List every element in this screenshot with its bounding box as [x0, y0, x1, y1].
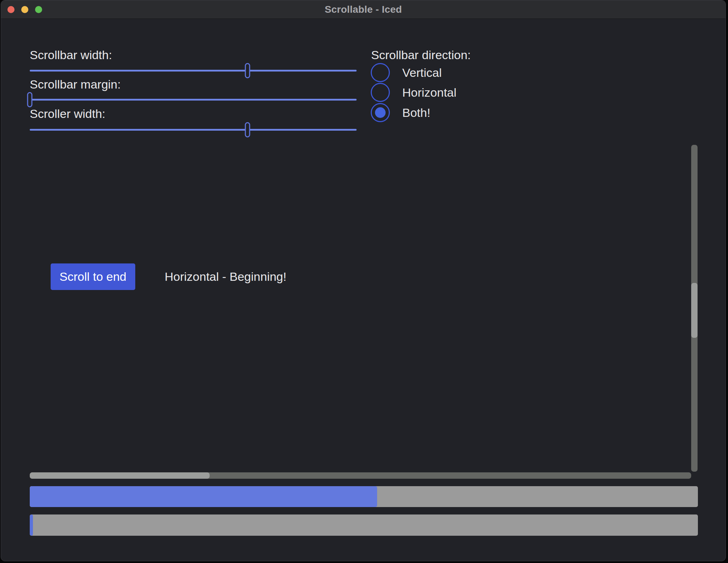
- horizontal-progress-bar: [30, 514, 698, 536]
- scroller-width-slider[interactable]: [30, 122, 357, 137]
- radio-label: Horizontal: [402, 83, 456, 102]
- vertical-progress-fill: [30, 486, 377, 507]
- horizontal-scrollbar-rail[interactable]: [30, 472, 691, 479]
- scrollbar-width-slider[interactable]: [30, 63, 357, 78]
- radio-option-both[interactable]: Both!: [371, 103, 512, 122]
- radio-circle-icon[interactable]: [371, 63, 390, 82]
- vertical-scrollbar-rail[interactable]: [691, 145, 698, 472]
- titlebar: Scrollable - Iced: [1, 0, 726, 19]
- radio-option-horizontal[interactable]: Horizontal: [371, 83, 512, 102]
- slider-track[interactable]: [30, 129, 357, 131]
- slider-handle[interactable]: [245, 63, 250, 78]
- radio-label: Vertical: [402, 63, 442, 82]
- window-title: Scrollable - Iced: [1, 0, 726, 18]
- vertical-progress-bar: [30, 486, 698, 507]
- app-window: Scrollable - Iced Scrollbar width: Scrol…: [1, 0, 726, 561]
- radio-dot-icon: [375, 107, 386, 118]
- slider-handle[interactable]: [27, 92, 33, 107]
- slider-track[interactable]: [30, 70, 357, 72]
- scrollbar-width-label: Scrollbar width:: [30, 47, 112, 62]
- slider-track[interactable]: [30, 99, 357, 101]
- scroll-to-end-button[interactable]: Scroll to end: [51, 263, 135, 290]
- radio-circle-icon[interactable]: [371, 103, 390, 122]
- radio-circle-icon[interactable]: [371, 83, 390, 102]
- scrollbar-margin-label: Scrollbar margin:: [30, 77, 121, 92]
- scroll-status-text: Horizontal - Beginning!: [165, 269, 286, 284]
- scrollbar-direction-label: Scrollbar direction:: [371, 47, 471, 62]
- scrollbar-margin-slider[interactable]: [30, 92, 357, 107]
- slider-handle[interactable]: [245, 122, 250, 137]
- radio-label: Both!: [402, 103, 430, 122]
- horizontal-scrollbar-thumb[interactable]: [30, 472, 210, 479]
- vertical-scrollbar-thumb[interactable]: [691, 283, 698, 338]
- horizontal-progress-fill: [30, 514, 33, 536]
- scroller-width-label: Scroller width:: [30, 106, 106, 121]
- radio-option-vertical[interactable]: Vertical: [371, 63, 512, 82]
